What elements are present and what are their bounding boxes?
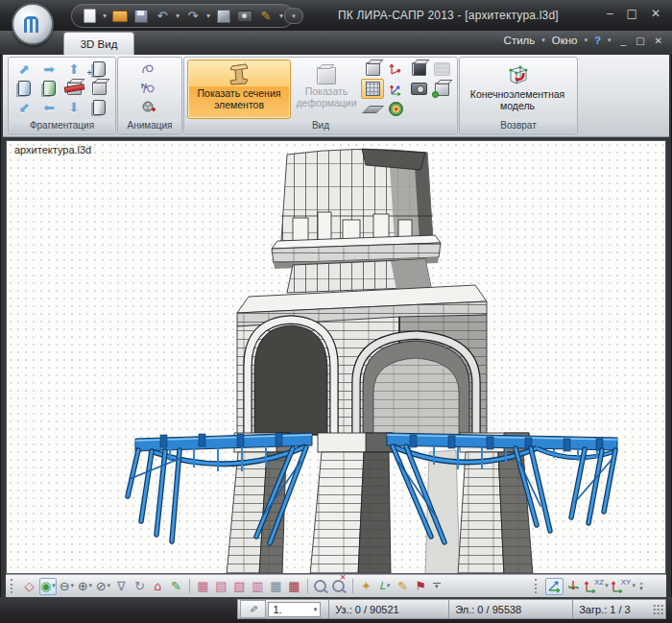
resize-grip[interactable]	[653, 604, 664, 615]
fragment-down-left-button[interactable]: ⬋	[12, 98, 36, 117]
magnifier-icon	[332, 580, 345, 592]
wireframe-view-button[interactable]	[361, 79, 384, 99]
status-pen-button[interactable]: ✎	[240, 600, 266, 618]
animation-path-button[interactable]	[136, 60, 161, 79]
animation-path-n-button[interactable]	[136, 79, 161, 98]
redo-caret-icon[interactable]: ▾	[206, 9, 210, 24]
mdi-minimize-button[interactable]: _	[621, 36, 627, 46]
add-fragment-button[interactable]: +	[86, 60, 111, 79]
top-view-button[interactable]	[565, 578, 582, 595]
select-box-button[interactable]: ▦	[195, 578, 211, 595]
animation-record-button[interactable]	[136, 98, 161, 117]
close-button[interactable]: ✕	[651, 7, 660, 20]
torch-button[interactable]: ✦	[358, 578, 374, 595]
status-nodes: Уз.: 0 / 90521	[328, 600, 448, 618]
canvas-file-label: архитектура.l3d	[14, 144, 91, 156]
paint-select-button[interactable]: ✎	[168, 578, 184, 595]
fragment-right-button[interactable]: ➡	[36, 60, 61, 79]
zoom-button[interactable]	[313, 578, 329, 595]
polyfilter-button[interactable]: ◇	[21, 578, 37, 595]
fragment-book-button[interactable]	[86, 98, 111, 117]
render-quality-button[interactable]	[384, 99, 407, 119]
redo-button[interactable]: ↷	[185, 9, 201, 24]
save-button[interactable]	[133, 9, 149, 24]
toolbar-grip[interactable]	[535, 579, 540, 593]
pen-select-button[interactable]: ⊘▾	[95, 578, 111, 595]
select-box4-button[interactable]: ▥	[250, 578, 266, 595]
combo-caret-icon: ▾	[314, 606, 318, 613]
arrow-right-icon: ➡	[43, 62, 55, 76]
fragment-left-button[interactable]: ⬅	[36, 98, 61, 117]
style-caret-icon[interactable]: ▾	[541, 36, 545, 44]
window-caret-icon[interactable]: ▾	[585, 36, 588, 44]
mdi-close-button[interactable]: ✕	[655, 36, 662, 46]
model-viewport[interactable]: архитектура.l3d	[6, 140, 666, 574]
undo-button[interactable]: ↶	[155, 9, 170, 24]
tab-3d-view[interactable]: 3D Вид	[63, 32, 134, 56]
xz-view-button[interactable]: XZ ▾	[584, 578, 609, 595]
group-animation: Анимация	[117, 57, 182, 134]
new-caret-icon[interactable]: ▾	[103, 9, 107, 24]
select-nodes-button[interactable]: ◉▾	[39, 578, 57, 595]
plane-icon	[362, 106, 384, 113]
select-box2-button[interactable]: ▤	[213, 578, 229, 595]
maximize-button[interactable]: □	[627, 7, 637, 20]
help-caret-icon[interactable]: ▾	[608, 36, 612, 44]
isometric-view-button[interactable]	[545, 578, 564, 595]
menu-style[interactable]: Стиль	[504, 35, 536, 46]
open-button[interactable]	[112, 9, 128, 24]
fragment-green-book-button[interactable]	[36, 79, 61, 98]
restore-model-button[interactable]	[86, 79, 111, 98]
select-box3-button[interactable]: ▧	[231, 578, 248, 595]
zoom-cancel-button[interactable]: ✕	[331, 578, 348, 595]
lira-logo-icon[interactable]	[12, 3, 54, 45]
pack-model-button[interactable]	[216, 9, 231, 24]
model-3d-view	[7, 141, 666, 574]
add-select-button[interactable]: ⊕▾	[77, 578, 93, 595]
feather-tools-button[interactable]: ✎	[258, 9, 274, 24]
show-sections-button[interactable]: Показать сечения элементов	[187, 60, 291, 119]
toolbar-grip[interactable]	[11, 579, 16, 593]
menu-window[interactable]: Окно	[552, 35, 578, 46]
dark-view-button[interactable]	[407, 59, 430, 79]
deselect-button[interactable]: ⊖▾	[59, 578, 75, 595]
minimize-button[interactable]: –	[607, 7, 613, 20]
fragment-up-button[interactable]: ⬆	[61, 60, 86, 79]
select-table-button[interactable]: ▦	[286, 578, 302, 595]
i-beam-icon	[227, 63, 252, 86]
new-document-button[interactable]	[82, 9, 97, 24]
fragment-blue-book-button[interactable]	[12, 79, 36, 98]
node-view-button[interactable]	[430, 79, 453, 99]
xy-view-button[interactable]: XY ▾	[611, 578, 636, 595]
cut-plane-button[interactable]	[61, 79, 86, 98]
rotate-selection-button[interactable]: ↻	[132, 578, 148, 595]
help-button[interactable]: ?	[594, 35, 601, 46]
toolbar2-overflow-button[interactable]: »▾	[639, 582, 643, 591]
axes-rgb-button[interactable]	[384, 79, 407, 99]
flag-notes-button[interactable]: ⚑	[413, 578, 429, 595]
group-caption-view: Вид	[185, 119, 456, 132]
feather-caret-icon[interactable]: ▾	[279, 9, 283, 24]
customize-quick-access-button[interactable]: ▾	[284, 8, 303, 24]
show-deformation-button[interactable]: Показать деформации	[295, 60, 358, 119]
mode-combo[interactable]: 1.▾	[268, 602, 321, 617]
fragment-up-right-button[interactable]: ⬈	[12, 60, 36, 79]
filter-button[interactable]: ∇	[113, 578, 130, 595]
fragmentation-grid: ⬈ ➡ ⬆ + ⬋ ⬅ ⬇	[12, 60, 112, 117]
plane-view-button[interactable]	[361, 99, 384, 119]
axes-red-button[interactable]	[384, 59, 407, 79]
snapshot-button[interactable]	[237, 9, 252, 24]
length-button[interactable]: L▾	[376, 578, 393, 595]
undo-caret-icon[interactable]: ▾	[176, 9, 180, 24]
select-grid-button[interactable]: ▦	[268, 578, 284, 595]
pencil-button[interactable]: ✎	[395, 578, 411, 595]
element-select-button[interactable]: ⌂	[150, 578, 166, 595]
mdi-restore-button[interactable]: □	[636, 36, 644, 46]
toolbar-separator	[189, 579, 190, 593]
solid-view-button[interactable]	[361, 59, 384, 79]
fragment-down-button[interactable]: ⬇	[61, 98, 86, 117]
arrow-left-icon: ⬅	[43, 101, 55, 114]
fe-model-button[interactable]: Конечноэлементная модель	[464, 60, 571, 119]
toolbar-overflow-button[interactable]: ▾	[433, 583, 441, 589]
projection-button[interactable]	[407, 79, 430, 99]
